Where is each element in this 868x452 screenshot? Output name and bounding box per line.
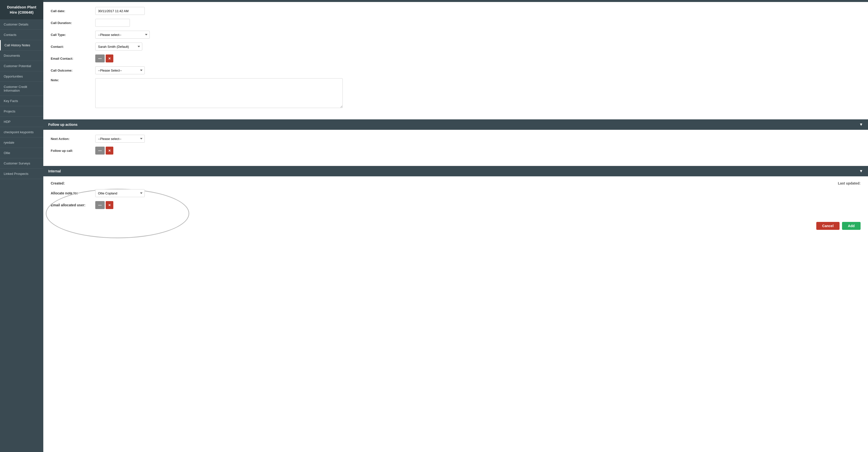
follow-up-call-label: Follow up call:	[51, 149, 95, 152]
created-label: Created:	[51, 181, 65, 185]
main-content: Call date: Call Duration: Call Type: --P…	[43, 0, 868, 452]
call-outcome-label: Call Outcome:	[51, 68, 95, 72]
follow-up-section-body: Next Action: --Please select-- Follow up…	[43, 130, 868, 164]
sidebar: Donaldson Plant Hire (C00648) Customer D…	[0, 0, 43, 452]
sidebar-item-customer-potential[interactable]: Customer Potential	[0, 61, 43, 71]
allocate-note-select-wrapper: Ollie Copland	[95, 189, 145, 197]
internal-section-title: Internal	[48, 169, 61, 173]
add-button[interactable]: Add	[842, 222, 861, 230]
note-row: Note:	[51, 78, 861, 108]
call-duration-label: Call Duration:	[51, 21, 95, 25]
email-contact-buttons: — ✕	[95, 55, 113, 62]
sidebar-company-name: Donaldson Plant Hire (C00648)	[0, 0, 43, 19]
sidebar-item-hdp[interactable]: HDP	[0, 117, 43, 127]
call-type-row: Call Type: --Please select--	[51, 31, 861, 39]
sidebar-item-customer-details[interactable]: Customer Details	[0, 19, 43, 30]
next-action-label: Next Action:	[51, 137, 95, 141]
sidebar-item-contacts[interactable]: Contacts	[0, 30, 43, 40]
call-date-input[interactable]	[95, 7, 145, 15]
email-contact-row: Email Contact: — ✕	[51, 55, 861, 62]
email-contact-minus-button[interactable]: —	[95, 55, 105, 62]
email-contact-x-button[interactable]: ✕	[106, 55, 113, 62]
sidebar-item-ryedale[interactable]: ryedale	[0, 138, 43, 148]
email-allocated-buttons: — ✕	[95, 201, 113, 209]
email-allocated-minus-button[interactable]: —	[95, 201, 105, 209]
email-contact-label: Email Contact:	[51, 57, 95, 60]
internal-section-header[interactable]: Internal ▼	[43, 166, 868, 176]
allocate-note-select[interactable]: Ollie Copland	[95, 189, 145, 197]
call-date-row: Call date:	[51, 7, 861, 15]
call-date-label: Call date:	[51, 9, 95, 13]
call-outcome-select[interactable]: --Please Select--	[95, 66, 145, 74]
next-action-select[interactable]: --Please select--	[95, 135, 145, 143]
follow-up-call-x-button[interactable]: ✕	[106, 147, 113, 154]
follow-up-call-minus-button[interactable]: —	[95, 147, 105, 154]
contact-row: Contact: Sarah Smith (Default)	[51, 43, 861, 51]
contact-select[interactable]: Sarah Smith (Default)	[95, 43, 142, 51]
follow-up-section-header[interactable]: Follow up actions ▼	[43, 119, 868, 130]
email-allocated-x-button[interactable]: ✕	[106, 201, 113, 209]
internal-section-body: Created: Last updated: Allocate note to:…	[43, 176, 868, 218]
sidebar-item-projects[interactable]: Projects	[0, 106, 43, 117]
sidebar-item-ollie[interactable]: Ollie	[0, 148, 43, 158]
call-type-select[interactable]: --Please select--	[95, 31, 150, 39]
sidebar-item-documents[interactable]: Documents	[0, 51, 43, 61]
email-allocated-row: Email allocated user: — ✕	[51, 201, 861, 209]
footer-actions: Cancel Add	[43, 218, 868, 234]
contact-label: Contact:	[51, 45, 95, 49]
follow-up-chevron-icon: ▼	[859, 122, 863, 127]
allocate-note-label: Allocate note to:	[51, 191, 95, 195]
sidebar-item-customer-surveys[interactable]: Customer Surveys	[0, 158, 43, 169]
sidebar-item-customer-credit-information[interactable]: Customer Credit Information	[0, 82, 43, 96]
call-outcome-row: Call Outcome: --Please Select--	[51, 66, 861, 74]
follow-up-call-row: Follow up call: — ✕	[51, 147, 861, 154]
call-outcome-select-wrapper: --Please Select--	[95, 66, 145, 74]
call-duration-input[interactable]	[95, 19, 130, 27]
cancel-button[interactable]: Cancel	[816, 222, 840, 230]
email-allocated-label: Email allocated user:	[51, 203, 95, 207]
follow-up-call-buttons: — ✕	[95, 147, 113, 154]
follow-up-section-title: Follow up actions	[48, 122, 78, 126]
note-label: Note:	[51, 78, 95, 82]
call-type-select-wrapper: --Please select--	[95, 31, 150, 39]
next-action-select-wrapper: --Please select--	[95, 135, 145, 143]
allocate-note-row: Allocate note to: Ollie Copland	[51, 189, 861, 197]
sidebar-item-opportunities[interactable]: Opportunities	[0, 71, 43, 82]
call-type-label: Call Type:	[51, 33, 95, 37]
internal-chevron-icon: ▼	[859, 169, 863, 173]
last-updated-label: Last updated:	[838, 181, 861, 185]
sidebar-item-linked-prospects[interactable]: Linked Prospects	[0, 169, 43, 179]
sidebar-item-key-facts[interactable]: Key Facts	[0, 96, 43, 106]
sidebar-item-call-history-notes[interactable]: Call History Notes	[0, 40, 43, 51]
note-textarea[interactable]	[95, 78, 343, 108]
top-bar	[43, 0, 868, 2]
next-action-row: Next Action: --Please select--	[51, 135, 861, 143]
call-form: Call date: Call Duration: Call Type: --P…	[43, 2, 868, 117]
created-last-updated-row: Created: Last updated:	[51, 181, 861, 185]
call-duration-row: Call Duration:	[51, 19, 861, 27]
contact-select-wrapper: Sarah Smith (Default)	[95, 43, 142, 51]
sidebar-item-checkpoint-keypoints[interactable]: checkpoint keypoints	[0, 127, 43, 138]
